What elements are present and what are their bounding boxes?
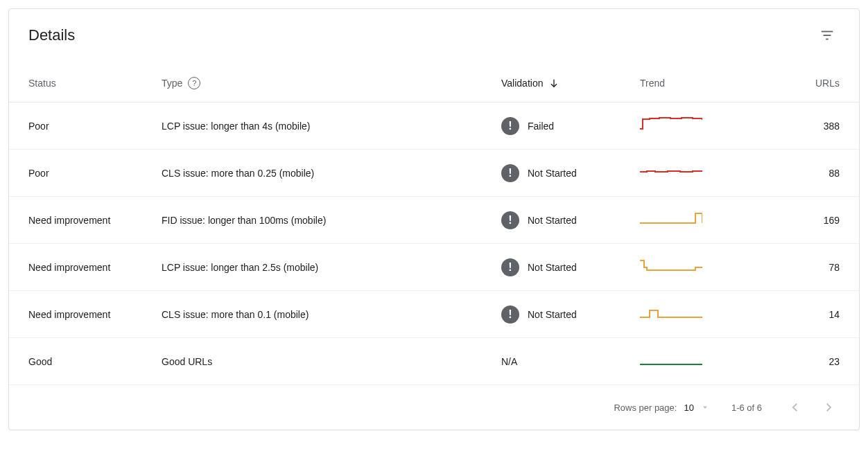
urls-cell: 88 [744, 150, 859, 197]
column-type-label: Type [162, 78, 182, 89]
status-cell: Good [9, 338, 155, 385]
validation-cell: !Not Started [494, 197, 633, 244]
type-cell: LCP issue: longer than 4s (mobile) [155, 103, 494, 150]
status-cell: Need improvement [9, 291, 155, 338]
table-row[interactable]: PoorLCP issue: longer than 4s (mobile)!F… [9, 103, 859, 150]
chevron-left-icon [789, 401, 801, 414]
validation-text: Not Started [528, 215, 577, 226]
table-row[interactable]: Need improvementFID issue: longer than 1… [9, 197, 859, 244]
trend-cell [633, 291, 744, 338]
alert-icon: ! [501, 164, 519, 182]
table-footer: Rows per page: 10 1-6 of 6 [9, 385, 859, 430]
trend-cell [633, 338, 744, 385]
table-header-row: Status Type ? Validation [9, 64, 859, 103]
type-cell: CLS issue: more than 0.25 (mobile) [155, 150, 494, 197]
next-page-button[interactable] [817, 396, 840, 418]
sort-down-icon [548, 78, 559, 89]
alert-icon: ! [501, 211, 519, 229]
type-cell: FID issue: longer than 100ms (mobile) [155, 197, 494, 244]
urls-cell: 78 [744, 244, 859, 291]
validation-text: Not Started [528, 262, 577, 273]
details-card: Details Status Type ? Vali [8, 8, 860, 430]
column-type[interactable]: Type ? [155, 64, 494, 103]
card-title: Details [28, 26, 75, 44]
status-cell: Poor [9, 150, 155, 197]
sparkline-icon [640, 163, 702, 180]
table-row[interactable]: Need improvementCLS issue: more than 0.1… [9, 291, 859, 338]
alert-icon: ! [501, 117, 519, 135]
chevron-right-icon [822, 401, 835, 414]
urls-cell: 14 [744, 291, 859, 338]
sparkline-icon [640, 211, 702, 227]
table-row[interactable]: PoorCLS issue: more than 0.25 (mobile)!N… [9, 150, 859, 197]
trend-cell [633, 197, 744, 244]
filter-button[interactable] [815, 23, 840, 48]
table-row[interactable]: GoodGood URLsN/A23 [9, 338, 859, 385]
trend-cell [633, 103, 744, 150]
alert-icon: ! [501, 306, 519, 324]
sparkline-icon [640, 352, 702, 369]
filter-icon [819, 28, 835, 43]
column-urls[interactable]: URLs [744, 64, 859, 103]
validation-text: Not Started [528, 168, 577, 179]
urls-cell: 169 [744, 197, 859, 244]
column-validation-label: Validation [501, 78, 543, 89]
sparkline-icon [640, 305, 702, 321]
status-cell: Need improvement [9, 244, 155, 291]
alert-icon: ! [501, 258, 519, 276]
trend-cell [633, 150, 744, 197]
svg-marker-4 [703, 407, 707, 409]
validation-cell: !Not Started [494, 244, 633, 291]
column-status[interactable]: Status [9, 64, 155, 103]
validation-cell: N/A [494, 338, 633, 385]
column-validation[interactable]: Validation [494, 64, 633, 103]
type-cell: CLS issue: more than 0.1 (mobile) [155, 291, 494, 338]
sparkline-icon [640, 258, 702, 274]
table-row[interactable]: Need improvementLCP issue: longer than 2… [9, 244, 859, 291]
validation-cell: !Failed [494, 103, 633, 150]
validation-text: Not Started [528, 309, 577, 320]
rows-per-page-value: 10 [684, 403, 693, 413]
details-table: Status Type ? Validation [9, 64, 859, 385]
validation-text: Failed [528, 121, 554, 132]
type-cell: LCP issue: longer than 2.5s (mobile) [155, 244, 494, 291]
validation-cell: !Not Started [494, 291, 633, 338]
column-trend[interactable]: Trend [633, 64, 744, 103]
status-cell: Poor [9, 103, 155, 150]
card-header: Details [9, 9, 859, 48]
rows-per-page[interactable]: Rows per page: 10 [614, 403, 709, 413]
help-icon[interactable]: ? [188, 77, 200, 89]
dropdown-icon [701, 403, 709, 412]
urls-cell: 388 [744, 103, 859, 150]
validation-cell: !Not Started [494, 150, 633, 197]
page-range: 1-6 of 6 [731, 403, 762, 413]
prev-page-button[interactable] [784, 396, 806, 418]
urls-cell: 23 [744, 338, 859, 385]
rows-per-page-label: Rows per page: [614, 403, 677, 413]
sparkline-icon [640, 116, 702, 133]
status-cell: Need improvement [9, 197, 155, 244]
type-cell: Good URLs [155, 338, 494, 385]
trend-cell [633, 244, 744, 291]
